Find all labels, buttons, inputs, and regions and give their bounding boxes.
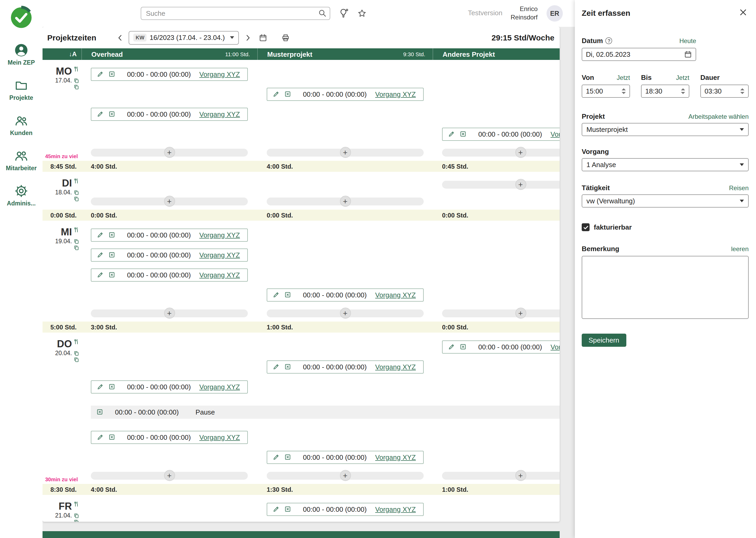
time-entry[interactable]: 00:00 - 00:00 (00:00)Vorgang XYZ bbox=[267, 503, 424, 516]
sort-toggle[interactable]: ↓A bbox=[69, 50, 81, 58]
entry-vorgang-link[interactable]: Vorgang XYZ bbox=[550, 130, 560, 138]
edit-icon[interactable] bbox=[272, 291, 280, 298]
delete-icon[interactable] bbox=[108, 433, 116, 441]
copy-entries-icon[interactable] bbox=[73, 84, 79, 90]
delete-icon[interactable] bbox=[284, 506, 291, 513]
meal-break-icon[interactable] bbox=[73, 501, 79, 507]
add-entry-button[interactable]: + bbox=[340, 470, 351, 481]
delete-icon[interactable] bbox=[284, 454, 291, 461]
time-entry[interactable]: 00:00 - 00:00 (00:00)Vorgang XYZ bbox=[267, 87, 424, 101]
bis-jetzt-link[interactable]: Jetzt bbox=[676, 74, 689, 81]
meal-break-icon[interactable] bbox=[73, 339, 79, 345]
calendar-icon[interactable] bbox=[259, 33, 267, 42]
time-entry[interactable]: 00:00 - 00:00 (00:00)Vorgang XYZ bbox=[267, 451, 424, 464]
von-jetzt-link[interactable]: Jetzt bbox=[617, 74, 630, 81]
stepper-icon[interactable] bbox=[740, 88, 744, 94]
add-entry-button[interactable]: + bbox=[515, 179, 526, 190]
meal-break-icon[interactable] bbox=[73, 227, 79, 233]
delete-icon[interactable] bbox=[459, 343, 467, 350]
edit-icon[interactable] bbox=[97, 110, 104, 118]
edit-icon[interactable] bbox=[272, 506, 280, 513]
entry-vorgang-link[interactable]: Vorgang XYZ bbox=[199, 70, 242, 78]
copy-day-icon[interactable] bbox=[73, 238, 79, 244]
edit-icon[interactable] bbox=[448, 130, 455, 138]
bemerkung-textarea[interactable] bbox=[582, 256, 749, 319]
copy-day-icon[interactable] bbox=[73, 512, 79, 518]
copy-day-icon[interactable] bbox=[73, 350, 79, 356]
sidebar-item-projekte[interactable]: Projekte bbox=[0, 78, 42, 101]
column-header-overhead[interactable]: Overhead 11:00 Std. bbox=[81, 48, 257, 60]
week-select[interactable]: KW 16/2023 (17.04. - 23.04.) bbox=[129, 31, 239, 44]
entry-vorgang-link[interactable]: Vorgang XYZ bbox=[375, 453, 418, 461]
prev-week-button[interactable] bbox=[116, 33, 125, 42]
projekt-select[interactable]: Musterprojekt bbox=[582, 123, 749, 136]
entry-vorgang-link[interactable]: Vorgang XYZ bbox=[199, 110, 242, 118]
copy-day-icon[interactable] bbox=[73, 189, 79, 195]
column-header-anderes-projekt[interactable]: Anderes Projekt bbox=[433, 48, 560, 60]
edit-icon[interactable] bbox=[97, 251, 104, 258]
copy-entries-icon[interactable] bbox=[73, 357, 79, 362]
edit-icon[interactable] bbox=[97, 433, 104, 441]
sidebar-item-adminis[interactable]: Adminis... bbox=[0, 184, 42, 206]
arbeitspakete-link[interactable]: Arbeitspakete wählen bbox=[688, 113, 749, 120]
entry-vorgang-link[interactable]: Vorgang XYZ bbox=[375, 90, 418, 98]
close-icon[interactable] bbox=[738, 7, 748, 17]
add-entry-button[interactable]: + bbox=[164, 147, 175, 158]
dauer-input[interactable]: 03:30 bbox=[700, 84, 749, 98]
add-entry-button[interactable]: + bbox=[340, 196, 351, 207]
save-button[interactable]: Speichern bbox=[582, 334, 626, 347]
delete-icon[interactable] bbox=[284, 291, 291, 298]
delete-icon[interactable] bbox=[108, 271, 116, 279]
edit-icon[interactable] bbox=[97, 71, 104, 78]
printer-icon[interactable] bbox=[281, 33, 290, 42]
delete-icon[interactable] bbox=[108, 383, 116, 390]
add-entry-button[interactable]: + bbox=[340, 308, 351, 319]
delete-icon[interactable] bbox=[284, 363, 291, 370]
add-entry-button[interactable]: + bbox=[515, 308, 526, 319]
copy-entries-icon[interactable] bbox=[73, 519, 79, 522]
time-entry[interactable]: 00:00 - 00:00 (00:00)Vorgang XYZ bbox=[91, 68, 248, 81]
column-header-musterprojekt[interactable]: Musterprojekt 9:30 Std. bbox=[257, 48, 433, 60]
time-entry[interactable]: 00:00 - 00:00 (00:00)Vorgang XYZ bbox=[267, 288, 424, 301]
meal-break-icon[interactable] bbox=[73, 178, 79, 184]
leeren-link[interactable]: leeren bbox=[731, 245, 749, 252]
entry-vorgang-link[interactable]: Vorgang XYZ bbox=[199, 271, 242, 279]
add-entry-button[interactable]: + bbox=[164, 308, 175, 319]
delete-icon[interactable] bbox=[108, 251, 116, 258]
entry-vorgang-link[interactable]: Vorgang XYZ bbox=[199, 383, 242, 391]
calendar-icon[interactable] bbox=[684, 50, 692, 58]
entry-vorgang-link[interactable]: Vorgang XYZ bbox=[550, 343, 560, 351]
search-icon[interactable] bbox=[318, 8, 327, 18]
sidebar-item-meinzep[interactable]: Mein ZEP bbox=[0, 43, 42, 66]
edit-icon[interactable] bbox=[272, 90, 280, 98]
star-icon[interactable] bbox=[357, 8, 367, 19]
time-entry[interactable]: 00:00 - 00:00 (00:00)Vorgang XYZ bbox=[91, 228, 248, 242]
pause-entry[interactable]: 00:00 - 00:00 (00:00)Pause bbox=[91, 405, 560, 418]
vorgang-select[interactable]: 1 Analyse bbox=[582, 158, 749, 171]
help-icon[interactable]: ? bbox=[606, 37, 612, 44]
avatar[interactable]: ER bbox=[546, 5, 563, 22]
add-entry-button[interactable]: + bbox=[164, 196, 175, 207]
delete-icon[interactable] bbox=[108, 231, 116, 239]
edit-icon[interactable] bbox=[272, 363, 280, 370]
time-entry[interactable]: 00:00 - 00:00 (00:00)Vorgang XYZ bbox=[91, 248, 248, 261]
zep-logo[interactable] bbox=[10, 6, 33, 29]
add-entry-button[interactable]: + bbox=[515, 470, 526, 481]
entry-vorgang-link[interactable]: Vorgang XYZ bbox=[375, 291, 418, 299]
edit-icon[interactable] bbox=[97, 383, 104, 390]
stepper-icon[interactable] bbox=[622, 88, 626, 94]
taetigkeit-select[interactable]: vw (Verwaltung) bbox=[582, 194, 749, 207]
time-entry[interactable]: 00:00 - 00:00 (00:00)Vorgang XYZ bbox=[91, 431, 248, 444]
meal-break-icon[interactable] bbox=[73, 66, 79, 72]
entry-vorgang-link[interactable]: Vorgang XYZ bbox=[375, 363, 418, 371]
time-entry[interactable]: 00:00 - 00:00 (00:00)Vorgang XYZ bbox=[91, 380, 248, 393]
add-entry-button[interactable]: + bbox=[515, 147, 526, 158]
entry-vorgang-link[interactable]: Vorgang XYZ bbox=[199, 231, 242, 239]
time-entry[interactable]: 00:00 - 00:00 (00:00)Vorgang XYZ bbox=[91, 107, 248, 121]
delete-icon[interactable] bbox=[108, 71, 116, 78]
time-entry[interactable]: 00:00 - 00:00 (00:00)Vorgang XYZ bbox=[267, 360, 424, 373]
bis-input[interactable]: 18:30 bbox=[641, 84, 689, 98]
entry-vorgang-link[interactable]: Vorgang XYZ bbox=[199, 251, 242, 259]
time-entry[interactable]: 00:00 - 00:00 (00:00)Vorgang XYZ bbox=[91, 268, 248, 281]
entry-vorgang-link[interactable]: Vorgang XYZ bbox=[375, 505, 418, 513]
